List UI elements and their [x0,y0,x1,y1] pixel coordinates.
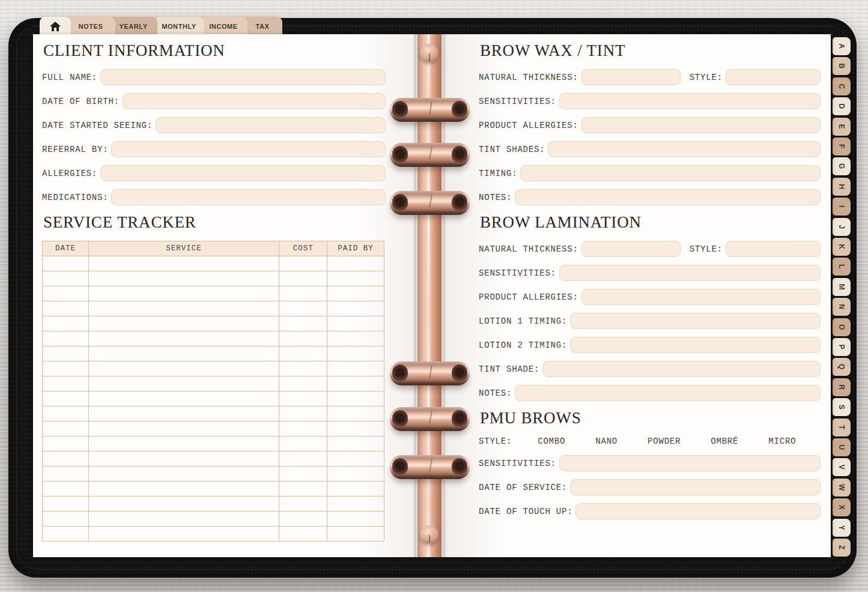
lotion-2-timing-input[interactable] [570,337,821,353]
service-cell-paid-by[interactable] [327,301,384,316]
service-cell-service[interactable] [88,482,279,497]
service-cell-cost[interactable] [279,421,327,436]
service-cell-date[interactable] [43,376,89,391]
service-cell-cost[interactable] [279,316,327,331]
allergies-input[interactable] [100,165,386,181]
service-cell-paid-by[interactable] [327,421,384,436]
service-cell-cost[interactable] [279,497,327,512]
date-started-seeing-input[interactable] [156,117,386,133]
tab-home[interactable] [40,17,71,36]
service-cell-service[interactable] [88,512,279,527]
service-cell-paid-by[interactable] [327,527,384,542]
alpha-tab-h[interactable]: H [833,178,851,196]
service-cell-paid-by[interactable] [327,391,384,406]
service-cell-date[interactable] [43,271,89,286]
service-cell-cost[interactable] [279,346,327,361]
alpha-tab-j[interactable]: J [833,218,851,236]
tab-yearly[interactable]: YEARLY [109,17,157,36]
service-cell-cost[interactable] [279,331,327,346]
service-cell-paid-by[interactable] [327,436,384,452]
service-cell-date[interactable] [43,527,89,542]
sensitivities-input[interactable] [559,265,821,281]
alpha-tab-n[interactable]: N [833,298,851,316]
service-cell-paid-by[interactable] [327,406,384,421]
service-cell-cost[interactable] [279,406,327,421]
service-cell-paid-by[interactable] [327,271,384,286]
alpha-tab-b[interactable]: B [833,57,851,75]
service-cell-service[interactable] [88,452,279,467]
service-cell-paid-by[interactable] [327,376,384,391]
alpha-tab-t[interactable]: T [833,418,851,436]
service-cell-cost[interactable] [279,512,327,527]
service-cell-date[interactable] [43,452,89,467]
alpha-tab-e[interactable]: E [833,118,851,136]
service-cell-service[interactable] [88,256,279,271]
service-cell-service[interactable] [88,331,279,346]
service-cell-cost[interactable] [279,361,327,376]
service-cell-date[interactable] [43,316,89,331]
natural-thickness-input[interactable] [581,241,681,257]
alpha-tab-m[interactable]: M [833,278,851,296]
service-cell-cost[interactable] [279,301,327,316]
pmu-style-option-combo[interactable]: COMBO [538,436,565,446]
alpha-tab-v[interactable]: V [833,458,851,476]
alpha-tab-k[interactable]: K [833,238,851,256]
service-cell-service[interactable] [88,467,279,482]
product-allergies-input[interactable] [581,117,821,133]
sensitivities-input[interactable] [559,93,821,109]
medications-input[interactable] [111,189,386,205]
natural-thickness-input[interactable] [581,69,681,85]
lotion-1-timing-input[interactable] [570,313,821,329]
pmu-style-option-powder[interactable]: POWDER [648,436,681,446]
pmu-style-option-micro[interactable]: MICRO [768,436,796,446]
service-cell-paid-by[interactable] [327,316,384,331]
service-cell-paid-by[interactable] [327,497,384,512]
alpha-tab-d[interactable]: D [833,97,851,115]
service-cell-cost[interactable] [279,271,327,286]
alpha-tab-z[interactable]: Z [833,539,851,557]
service-cell-date[interactable] [43,286,89,301]
date-of-touch-up-input[interactable] [575,503,821,519]
tab-tax[interactable]: TAX [243,17,282,36]
service-cell-service[interactable] [88,421,279,436]
notes-input[interactable] [515,385,821,401]
alpha-tab-r[interactable]: R [833,378,851,396]
alpha-tab-g[interactable]: G [833,157,851,175]
service-cell-paid-by[interactable] [327,286,384,301]
service-cell-paid-by[interactable] [327,361,384,376]
alpha-tab-y[interactable]: Y [833,519,851,537]
service-cell-service[interactable] [88,361,279,376]
service-cell-service[interactable] [88,286,279,301]
service-cell-service[interactable] [88,271,279,286]
service-cell-cost[interactable] [279,452,327,467]
service-cell-date[interactable] [43,331,89,346]
service-cell-date[interactable] [43,301,89,316]
service-cell-cost[interactable] [279,286,327,301]
alpha-tab-l[interactable]: L [833,258,851,276]
service-cell-date[interactable] [43,482,89,497]
service-cell-service[interactable] [88,376,279,391]
alpha-tab-p[interactable]: P [833,338,851,356]
tint-shade-input[interactable] [542,361,821,377]
service-cell-date[interactable] [43,346,89,361]
service-cell-service[interactable] [88,497,279,512]
service-cell-paid-by[interactable] [327,346,384,361]
service-cell-paid-by[interactable] [327,256,384,271]
pmu-style-option-ombre[interactable]: OMBRÉ [711,436,738,446]
tab-monthly[interactable]: MONTHLY [154,17,204,36]
service-cell-date[interactable] [43,421,89,436]
sensitivities-input[interactable] [559,455,821,471]
service-cell-paid-by[interactable] [327,452,384,467]
alpha-tab-w[interactable]: W [833,479,851,497]
service-cell-cost[interactable] [279,527,327,542]
alpha-tab-a[interactable]: A [833,37,851,55]
service-cell-cost[interactable] [279,376,327,391]
service-cell-date[interactable] [43,467,89,482]
full-name-input[interactable] [100,69,386,85]
style-input[interactable] [726,69,821,85]
service-cell-date[interactable] [43,256,89,271]
service-cell-cost[interactable] [279,256,327,271]
service-cell-paid-by[interactable] [327,331,384,346]
notes-input[interactable] [515,189,821,205]
service-cell-service[interactable] [88,527,279,542]
